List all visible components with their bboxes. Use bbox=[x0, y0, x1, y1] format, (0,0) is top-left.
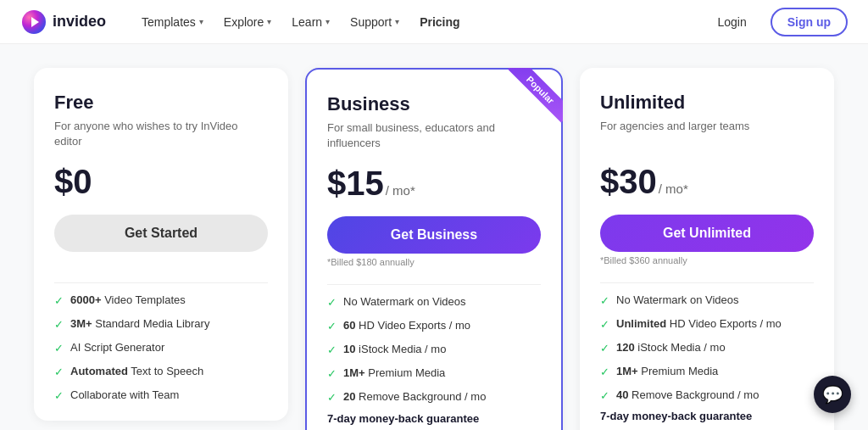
nav-item-pricing[interactable]: Pricing bbox=[411, 10, 468, 34]
unlimited-price-amount: $30 bbox=[600, 163, 657, 201]
business-billing-note: *Billed $180 annually bbox=[327, 257, 541, 271]
chevron-down-icon: ▾ bbox=[267, 17, 271, 26]
free-price-amount: $0 bbox=[54, 163, 92, 201]
chevron-down-icon: ▾ bbox=[395, 17, 399, 26]
free-divider bbox=[54, 282, 268, 283]
list-item: ✓ No Watermark on Videos bbox=[327, 295, 541, 310]
check-icon: ✓ bbox=[54, 342, 64, 356]
check-icon: ✓ bbox=[54, 294, 64, 309]
check-icon: ✓ bbox=[327, 367, 337, 382]
business-divider bbox=[327, 284, 541, 285]
list-item: ✓ 1M+ Premium Media bbox=[600, 365, 814, 380]
free-plan-card: Free For anyone who wishes to try InVide… bbox=[34, 68, 288, 421]
free-plan-desc: For anyone who wishes to try InVideo edi… bbox=[54, 119, 268, 149]
chevron-down-icon: ▾ bbox=[326, 17, 330, 26]
chat-icon: 💬 bbox=[822, 384, 843, 405]
business-price-per: / mo* bbox=[386, 183, 415, 198]
business-features-list: ✓ No Watermark on Videos ✓ 60 HD Video E… bbox=[327, 295, 541, 405]
check-icon: ✓ bbox=[54, 318, 64, 332]
pricing-section: Free For anyone who wishes to try InVide… bbox=[0, 44, 868, 430]
list-item: ✓ Collaborate with Team bbox=[54, 388, 268, 404]
login-button[interactable]: Login bbox=[704, 9, 760, 35]
check-icon: ✓ bbox=[600, 294, 609, 309]
unlimited-billing-note: *Billed $360 annually bbox=[600, 255, 814, 269]
check-icon: ✓ bbox=[600, 366, 609, 380]
list-item: ✓ 20 Remove Background / mo bbox=[327, 390, 541, 405]
unlimited-plan-desc: For agencies and larger teams bbox=[600, 119, 814, 149]
check-icon: ✓ bbox=[327, 391, 337, 405]
chat-bubble-button[interactable]: 💬 bbox=[814, 376, 851, 413]
unlimited-price-per: / mo* bbox=[659, 181, 688, 196]
free-billing-note bbox=[54, 255, 268, 269]
check-icon: ✓ bbox=[327, 320, 337, 334]
business-guarantee: 7-day money-back guarantee bbox=[327, 412, 541, 425]
list-item: ✓ 1M+ Premium Media bbox=[327, 366, 541, 382]
business-price-amount: $15 bbox=[327, 165, 384, 203]
list-item: ✓ AI Script Generator bbox=[54, 341, 268, 356]
navbar: invideo Templates ▾ Explore ▾ Learn ▾ Su… bbox=[0, 0, 868, 44]
chevron-down-icon: ▾ bbox=[199, 17, 203, 26]
logo-text: invideo bbox=[53, 13, 106, 31]
unlimited-divider bbox=[600, 282, 814, 283]
check-icon: ✓ bbox=[600, 342, 609, 356]
business-plan-price: $15 / mo* bbox=[327, 165, 541, 203]
list-item: ✓ No Watermark on Videos bbox=[600, 293, 814, 309]
check-icon: ✓ bbox=[54, 389, 64, 404]
popular-badge bbox=[502, 68, 563, 129]
list-item: ✓ Unlimited HD Video Exports / mo bbox=[600, 317, 814, 332]
check-icon: ✓ bbox=[327, 296, 337, 310]
unlimited-plan-cta[interactable]: Get Unlimited bbox=[600, 215, 814, 252]
logo-icon bbox=[20, 8, 47, 36]
check-icon: ✓ bbox=[600, 389, 609, 404]
nav-item-templates[interactable]: Templates ▾ bbox=[133, 10, 212, 34]
unlimited-plan-price: $30 / mo* bbox=[600, 163, 814, 201]
unlimited-guarantee: 7-day money-back guarantee bbox=[600, 410, 814, 422]
check-icon: ✓ bbox=[600, 318, 609, 332]
free-plan-price: $0 bbox=[54, 163, 268, 201]
nav-item-learn[interactable]: Learn ▾ bbox=[283, 10, 338, 34]
business-plan-cta[interactable]: Get Business bbox=[327, 216, 541, 254]
unlimited-features-list: ✓ No Watermark on Videos ✓ Unlimited HD … bbox=[600, 293, 814, 403]
nav-links: Templates ▾ Explore ▾ Learn ▾ Support ▾ … bbox=[133, 10, 704, 34]
list-item: ✓ Automated Text to Speech bbox=[54, 365, 268, 380]
nav-right: Login Sign up bbox=[704, 8, 848, 36]
free-features-list: ✓ 6000+ Video Templates ✓ 3M+ Standard M… bbox=[54, 293, 268, 403]
business-plan-card: Business For small business, educators a… bbox=[305, 68, 563, 430]
signup-button[interactable]: Sign up bbox=[771, 8, 848, 36]
list-item: ✓ 3M+ Standard Media Library bbox=[54, 317, 268, 332]
nav-item-explore[interactable]: Explore ▾ bbox=[215, 10, 280, 34]
unlimited-plan-title: Unlimited bbox=[600, 92, 814, 114]
free-plan-cta[interactable]: Get Started bbox=[54, 215, 268, 252]
list-item: ✓ 40 Remove Background / mo bbox=[600, 388, 814, 404]
pricing-cards: Free For anyone who wishes to try InVide… bbox=[34, 68, 834, 430]
list-item: ✓ 10 iStock Media / mo bbox=[327, 343, 541, 358]
logo[interactable]: invideo bbox=[20, 8, 106, 36]
list-item: ✓ 6000+ Video Templates bbox=[54, 293, 268, 309]
list-item: ✓ 60 HD Video Exports / mo bbox=[327, 319, 541, 334]
unlimited-plan-card: Unlimited For agencies and larger teams … bbox=[580, 68, 834, 430]
nav-item-support[interactable]: Support ▾ bbox=[342, 10, 408, 34]
check-icon: ✓ bbox=[327, 343, 337, 358]
free-plan-title: Free bbox=[54, 92, 268, 114]
check-icon: ✓ bbox=[54, 366, 64, 380]
list-item: ✓ 120 iStock Media / mo bbox=[600, 341, 814, 356]
